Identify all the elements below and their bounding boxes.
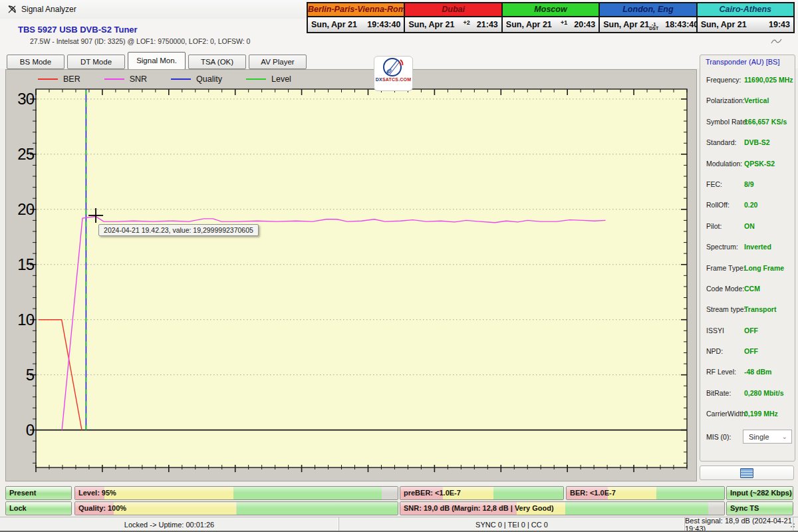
transponder-rows: Frequency:11690,025 MHzPolarization:Vert… bbox=[700, 70, 795, 425]
gauge-label: Input (~282 Kbps) bbox=[730, 489, 792, 497]
resize-grip[interactable] bbox=[790, 523, 795, 528]
dxsatcs-logo: DXSATCS.COM bbox=[374, 56, 413, 91]
signal-chart: BERSNRQualityLevel 051015202530 2024-04-… bbox=[5, 69, 697, 481]
transponder-row-value: OFF bbox=[744, 347, 758, 355]
gauge-label: SNR: 19,0 dB (Margin: 12,8 dB | Very Goo… bbox=[404, 504, 554, 512]
gauge-label: preBER: <1.0E-7 bbox=[404, 489, 461, 497]
transponder-row-value: ON bbox=[744, 222, 755, 230]
clock-utc-offset: +2 bbox=[464, 17, 470, 26]
mis-select[interactable]: Single ⌄ bbox=[743, 430, 792, 444]
transponder-row: Pilot:ON bbox=[700, 216, 795, 237]
mis-selected-value: Single bbox=[749, 433, 769, 441]
status-section: Locked -> Uptime: 00:01:26 bbox=[0, 517, 339, 531]
gauge-label: BER: <1.0E-7 bbox=[570, 489, 616, 497]
legend-item-snr: SNR bbox=[104, 74, 147, 84]
clock-cell: MoscowSun, Apr 21+120:43 bbox=[503, 3, 600, 32]
mis-label: MIS (0): bbox=[706, 433, 731, 441]
status-box-present: Present bbox=[5, 486, 72, 500]
legend-swatch bbox=[246, 78, 266, 80]
tab-bs-mode[interactable]: BS Mode bbox=[7, 55, 65, 69]
y-tick-label: 0 bbox=[6, 421, 34, 440]
transponder-row-label: Modulation: bbox=[706, 160, 742, 168]
transponder-row-label: RollOff: bbox=[706, 201, 730, 209]
transponder-row: Modulation:QPSK-S2 bbox=[700, 154, 795, 174]
clock-cell: London, EngSun, Apr 21-1DST18:43:40 bbox=[600, 3, 697, 32]
transponder-row-label: FEC: bbox=[706, 180, 722, 188]
y-tick-label: 10 bbox=[6, 311, 34, 329]
transponder-row-value: -48 dBm bbox=[744, 368, 771, 376]
transponder-title: Transponder (AU) [BS] bbox=[706, 58, 779, 66]
transponder-row-label: RF Level: bbox=[706, 368, 736, 376]
clock-time-row: Sun, Apr 21+120:43 bbox=[503, 17, 598, 32]
legend-item-ber: BER bbox=[38, 74, 80, 84]
clock-time: 20:43 bbox=[574, 20, 595, 29]
clock-cell: Cairo-AthensSun, Apr 2119:43 bbox=[698, 3, 793, 32]
transponder-row-value: CCM bbox=[744, 285, 760, 293]
chevron-down-icon: ⌄ bbox=[782, 433, 787, 440]
legend-swatch bbox=[38, 78, 58, 80]
clock-time: 19:43:40 bbox=[367, 20, 400, 29]
legend-swatch bbox=[171, 78, 191, 80]
clock-time-row: Sun, Apr 21+221:43 bbox=[405, 17, 501, 32]
transponder-row: Frame Type:Long Frame bbox=[700, 258, 795, 279]
transponder-row-value: 0,280 Mbit/s bbox=[744, 389, 784, 397]
transponder-row-label: Stream type: bbox=[706, 305, 746, 313]
transponder-row: RF Level:-48 dBm bbox=[700, 362, 795, 382]
clock-time: 18:43:40 bbox=[665, 20, 698, 29]
transponder-row: Frequency:11690,025 MHz bbox=[700, 70, 795, 90]
transponder-row-label: NPD: bbox=[706, 347, 723, 355]
transponder-row-label: ISSYI bbox=[706, 327, 724, 334]
transponder-row: CarrierWidth:0,199 MHz bbox=[700, 404, 795, 424]
gauge-snr: SNR: 19,0 dB (Margin: 12,8 dB | Very Goo… bbox=[400, 501, 725, 515]
transponder-row-label: Spectrum: bbox=[706, 243, 738, 251]
tab-signal-mon-[interactable]: Signal Mon. bbox=[128, 52, 186, 70]
gauge-shine bbox=[75, 487, 398, 493]
transponder-row: Symbol Rate:166,657 KS/s bbox=[700, 112, 795, 132]
legend-item-level: Level bbox=[246, 74, 291, 84]
chart-plot[interactable] bbox=[6, 70, 696, 481]
mode-tabs: BS ModeDT ModeSignal Mon.TSA (OK)AV Play… bbox=[7, 52, 307, 69]
transponder-row: BitRate:0,280 Mbit/s bbox=[700, 383, 795, 404]
dxsatcs-logo-text: DXSATCS.COM bbox=[376, 77, 411, 82]
transponder-row-value: DVB-S2 bbox=[744, 138, 770, 146]
status-box-lock: Lock bbox=[5, 501, 72, 515]
clock-city-label: Berlin-Paris-Vienna-Roma bbox=[308, 3, 404, 17]
transponder-row-value: Vertical bbox=[744, 96, 769, 104]
table-rows-icon bbox=[740, 468, 753, 478]
clock-time: 21:43 bbox=[477, 20, 498, 29]
gauge-label: Present bbox=[9, 489, 36, 497]
transponder-row-value: Inverted bbox=[744, 243, 771, 251]
snapshot-button[interactable] bbox=[700, 466, 794, 480]
clock-date: Sun, Apr 21 bbox=[701, 20, 747, 29]
chart-tooltip: 2024-04-21 19.42.23, value: 19,299999237… bbox=[98, 224, 259, 236]
legend-label: SNR bbox=[130, 74, 147, 84]
transponder-row: ISSYIOFF bbox=[700, 321, 795, 341]
tab-tsa-ok-[interactable]: TSA (OK) bbox=[188, 55, 246, 69]
transponder-row-value: 166,657 KS/s bbox=[744, 118, 787, 126]
transponder-row: RollOff:0.20 bbox=[700, 195, 795, 215]
y-tick-label: 5 bbox=[6, 366, 34, 384]
gauge-label: Lock bbox=[9, 504, 27, 512]
clock-city-label: Cairo-Athens bbox=[698, 3, 793, 17]
clock-time-row: Sun, Apr 2119:43:40 bbox=[308, 17, 404, 32]
gauge-quality: Quality: 100% bbox=[74, 501, 398, 515]
transponder-row-label: Frequency: bbox=[706, 76, 741, 84]
gauge-label: Sync TS bbox=[730, 504, 759, 512]
transponder-row: Standard:DVB-S2 bbox=[700, 132, 795, 153]
transponder-row-label: Pilot: bbox=[706, 222, 722, 230]
status-box-input-282-kbps-: Input (~282 Kbps) bbox=[726, 486, 793, 500]
y-tick-label: 30 bbox=[6, 90, 34, 108]
status-section: SYNC 0 | TEI 0 | CC 0 bbox=[339, 517, 685, 531]
transponder-row-label: Polarization: bbox=[706, 96, 745, 104]
tab-av-player[interactable]: AV Player bbox=[249, 55, 307, 69]
status-bar: Locked -> Uptime: 00:01:26SYNC 0 | TEI 0… bbox=[0, 517, 798, 531]
transponder-row-value: Long Frame bbox=[744, 264, 784, 272]
transponder-row-label: CarrierWidth: bbox=[706, 410, 747, 418]
clock-time: 19:43 bbox=[769, 20, 790, 29]
transponder-row-value: 11690,025 MHz bbox=[744, 76, 793, 84]
transponder-row: Stream type:Transport bbox=[700, 299, 795, 320]
clock-utc-offset: -1DST bbox=[649, 19, 658, 31]
tab-dt-mode[interactable]: DT Mode bbox=[67, 55, 125, 69]
transponder-row: FEC:8/9 bbox=[700, 174, 795, 195]
clock-time-row: Sun, Apr 21-1DST18:43:40 bbox=[600, 17, 696, 32]
